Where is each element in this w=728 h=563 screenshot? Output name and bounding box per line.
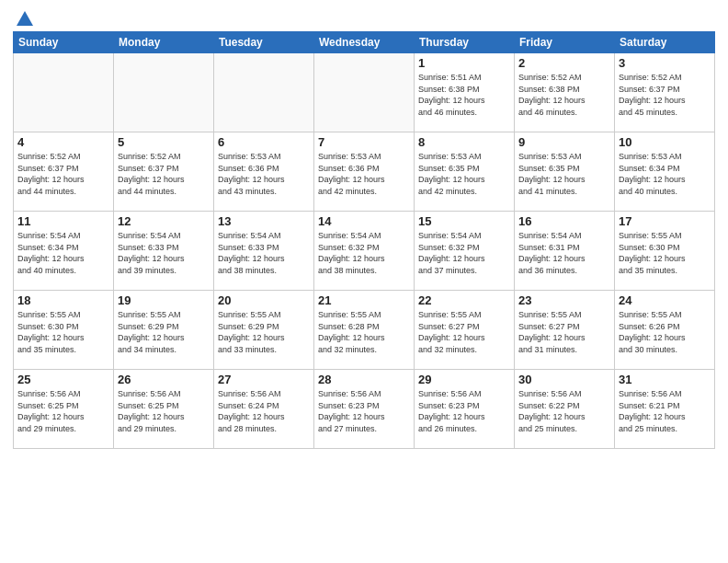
day-number: 15: [418, 214, 510, 228]
calendar-cell: 23Sunrise: 5:55 AM Sunset: 6:27 PM Dayli…: [515, 291, 615, 370]
cell-info: Sunrise: 5:51 AM Sunset: 6:38 PM Dayligh…: [418, 72, 510, 118]
cell-info: Sunrise: 5:54 AM Sunset: 6:33 PM Dayligh…: [218, 230, 310, 276]
day-number: 26: [118, 373, 210, 386]
page: SundayMondayTuesdayWednesdayThursdayFrid…: [0, 0, 728, 563]
day-number: 9: [518, 135, 610, 149]
cell-info: Sunrise: 5:55 AM Sunset: 6:29 PM Dayligh…: [118, 309, 210, 355]
calendar-cell: 7Sunrise: 5:53 AM Sunset: 6:36 PM Daylig…: [314, 132, 415, 212]
day-number: 16: [518, 214, 610, 228]
cell-info: Sunrise: 5:56 AM Sunset: 6:24 PM Dayligh…: [218, 388, 310, 434]
calendar-cell: 5Sunrise: 5:52 AM Sunset: 6:37 PM Daylig…: [114, 132, 214, 212]
cell-info: Sunrise: 5:52 AM Sunset: 6:38 PM Dayligh…: [518, 72, 610, 118]
day-number: 25: [17, 373, 109, 386]
cell-info: Sunrise: 5:56 AM Sunset: 6:23 PM Dayligh…: [418, 388, 510, 434]
cell-info: Sunrise: 5:54 AM Sunset: 6:32 PM Dayligh…: [418, 230, 510, 276]
calendar-cell: 16Sunrise: 5:54 AM Sunset: 6:31 PM Dayli…: [515, 212, 615, 291]
day-number: 6: [218, 135, 310, 149]
calendar-cell: 9Sunrise: 5:53 AM Sunset: 6:35 PM Daylig…: [515, 132, 615, 212]
calendar-cell: 6Sunrise: 5:53 AM Sunset: 6:36 PM Daylig…: [214, 132, 314, 212]
calendar-cell: 21Sunrise: 5:55 AM Sunset: 6:28 PM Dayli…: [314, 291, 415, 370]
day-number: 18: [17, 293, 109, 307]
day-number: 1: [418, 56, 510, 70]
calendar-cell: 28Sunrise: 5:56 AM Sunset: 6:23 PM Dayli…: [314, 370, 415, 449]
day-header-saturday: Saturday: [615, 32, 715, 53]
logo: [13, 9, 35, 26]
day-header-thursday: Thursday: [415, 32, 515, 53]
day-number: 27: [218, 373, 310, 386]
day-number: 5: [118, 135, 210, 149]
calendar-header-row: SundayMondayTuesdayWednesdayThursdayFrid…: [14, 32, 715, 53]
day-header-sunday: Sunday: [14, 32, 114, 53]
day-header-friday: Friday: [515, 32, 615, 53]
calendar-cell: 18Sunrise: 5:55 AM Sunset: 6:30 PM Dayli…: [14, 291, 114, 370]
day-number: 3: [619, 56, 711, 70]
calendar-cell: 29Sunrise: 5:56 AM Sunset: 6:23 PM Dayli…: [415, 370, 515, 449]
calendar-week-1: 1Sunrise: 5:51 AM Sunset: 6:38 PM Daylig…: [14, 53, 715, 132]
cell-info: Sunrise: 5:53 AM Sunset: 6:35 PM Dayligh…: [418, 151, 510, 197]
calendar-cell: 17Sunrise: 5:55 AM Sunset: 6:30 PM Dayli…: [615, 212, 715, 291]
calendar-cell: 14Sunrise: 5:54 AM Sunset: 6:32 PM Dayli…: [314, 212, 415, 291]
calendar-cell: 15Sunrise: 5:54 AM Sunset: 6:32 PM Dayli…: [415, 212, 515, 291]
calendar-cell: [314, 53, 415, 132]
cell-info: Sunrise: 5:53 AM Sunset: 6:34 PM Dayligh…: [619, 151, 711, 197]
day-number: 8: [418, 135, 510, 149]
cell-info: Sunrise: 5:56 AM Sunset: 6:21 PM Dayligh…: [619, 388, 711, 434]
cell-info: Sunrise: 5:54 AM Sunset: 6:34 PM Dayligh…: [17, 230, 109, 276]
day-number: 7: [318, 135, 410, 149]
day-number: 21: [318, 293, 410, 307]
day-number: 11: [17, 214, 109, 228]
cell-info: Sunrise: 5:56 AM Sunset: 6:23 PM Dayligh…: [318, 388, 410, 434]
day-number: 13: [218, 214, 310, 228]
cell-info: Sunrise: 5:55 AM Sunset: 6:27 PM Dayligh…: [418, 309, 510, 355]
day-number: 20: [218, 293, 310, 307]
cell-info: Sunrise: 5:52 AM Sunset: 6:37 PM Dayligh…: [118, 151, 210, 197]
cell-info: Sunrise: 5:56 AM Sunset: 6:25 PM Dayligh…: [17, 388, 109, 434]
calendar-cell: 8Sunrise: 5:53 AM Sunset: 6:35 PM Daylig…: [415, 132, 515, 212]
day-header-tuesday: Tuesday: [214, 32, 314, 53]
calendar-cell: 10Sunrise: 5:53 AM Sunset: 6:34 PM Dayli…: [615, 132, 715, 212]
calendar-cell: [114, 53, 214, 132]
day-number: 24: [619, 293, 711, 307]
cell-info: Sunrise: 5:56 AM Sunset: 6:22 PM Dayligh…: [518, 388, 610, 434]
calendar-cell: 19Sunrise: 5:55 AM Sunset: 6:29 PM Dayli…: [114, 291, 214, 370]
cell-info: Sunrise: 5:52 AM Sunset: 6:37 PM Dayligh…: [619, 72, 711, 118]
cell-info: Sunrise: 5:53 AM Sunset: 6:35 PM Dayligh…: [518, 151, 610, 197]
calendar-cell: 25Sunrise: 5:56 AM Sunset: 6:25 PM Dayli…: [14, 370, 114, 449]
day-number: 12: [118, 214, 210, 228]
day-number: 10: [619, 135, 711, 149]
svg-marker-0: [17, 11, 33, 26]
cell-info: Sunrise: 5:55 AM Sunset: 6:27 PM Dayligh…: [518, 309, 610, 355]
calendar-cell: 26Sunrise: 5:56 AM Sunset: 6:25 PM Dayli…: [114, 370, 214, 449]
calendar-cell: 11Sunrise: 5:54 AM Sunset: 6:34 PM Dayli…: [14, 212, 114, 291]
calendar-cell: 13Sunrise: 5:54 AM Sunset: 6:33 PM Dayli…: [214, 212, 314, 291]
day-number: 2: [518, 56, 610, 70]
day-number: 28: [318, 373, 410, 386]
cell-info: Sunrise: 5:54 AM Sunset: 6:31 PM Dayligh…: [518, 230, 610, 276]
cell-info: Sunrise: 5:55 AM Sunset: 6:28 PM Dayligh…: [318, 309, 410, 355]
calendar-cell: [214, 53, 314, 132]
day-header-monday: Monday: [114, 32, 214, 53]
calendar-cell: 1Sunrise: 5:51 AM Sunset: 6:38 PM Daylig…: [415, 53, 515, 132]
cell-info: Sunrise: 5:53 AM Sunset: 6:36 PM Dayligh…: [318, 151, 410, 197]
cell-info: Sunrise: 5:54 AM Sunset: 6:32 PM Dayligh…: [318, 230, 410, 276]
cell-info: Sunrise: 5:55 AM Sunset: 6:26 PM Dayligh…: [619, 309, 711, 355]
calendar-cell: 3Sunrise: 5:52 AM Sunset: 6:37 PM Daylig…: [615, 53, 715, 132]
day-header-wednesday: Wednesday: [314, 32, 415, 53]
calendar-cell: 30Sunrise: 5:56 AM Sunset: 6:22 PM Dayli…: [515, 370, 615, 449]
day-number: 31: [619, 373, 711, 386]
day-number: 22: [418, 293, 510, 307]
calendar-cell: 20Sunrise: 5:55 AM Sunset: 6:29 PM Dayli…: [214, 291, 314, 370]
cell-info: Sunrise: 5:54 AM Sunset: 6:33 PM Dayligh…: [118, 230, 210, 276]
calendar-cell: 22Sunrise: 5:55 AM Sunset: 6:27 PM Dayli…: [415, 291, 515, 370]
calendar-cell: 12Sunrise: 5:54 AM Sunset: 6:33 PM Dayli…: [114, 212, 214, 291]
cell-info: Sunrise: 5:55 AM Sunset: 6:30 PM Dayligh…: [619, 230, 711, 276]
calendar-week-2: 4Sunrise: 5:52 AM Sunset: 6:37 PM Daylig…: [14, 132, 715, 212]
calendar-week-3: 11Sunrise: 5:54 AM Sunset: 6:34 PM Dayli…: [14, 212, 715, 291]
calendar-cell: 31Sunrise: 5:56 AM Sunset: 6:21 PM Dayli…: [615, 370, 715, 449]
day-number: 4: [17, 135, 109, 149]
cell-info: Sunrise: 5:56 AM Sunset: 6:25 PM Dayligh…: [118, 388, 210, 434]
day-number: 19: [118, 293, 210, 307]
day-number: 14: [318, 214, 410, 228]
day-number: 30: [518, 373, 610, 386]
calendar-cell: 24Sunrise: 5:55 AM Sunset: 6:26 PM Dayli…: [615, 291, 715, 370]
